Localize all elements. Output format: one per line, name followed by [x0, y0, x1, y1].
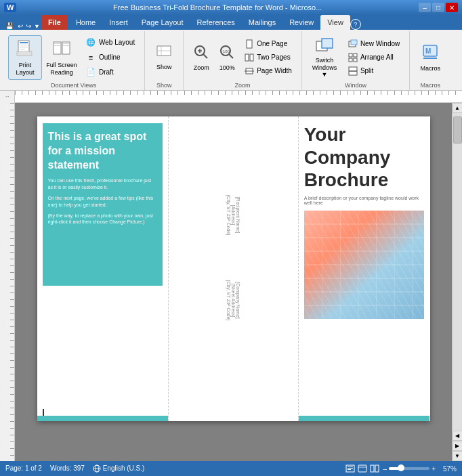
svg-text:100: 100: [223, 49, 230, 53]
reading-view-icon[interactable]: [370, 464, 379, 473]
outline-button[interactable]: ≡ Outline: [81, 51, 139, 64]
zoom-slider-track[interactable]: [389, 467, 429, 470]
web-layout-button[interactable]: 🌐 Web Layout: [81, 36, 139, 49]
title-bar: W Free Business Tri-Fold Brochure Templa…: [0, 0, 462, 15]
tab-references[interactable]: References: [190, 15, 242, 30]
qa-dropdown[interactable]: ▼: [33, 23, 41, 30]
arrange-all-label: Arrange All: [360, 53, 394, 61]
one-page-button[interactable]: One Page: [240, 38, 296, 50]
tab-mailings[interactable]: Mailings: [242, 15, 282, 30]
ribbon-tabs-bar: 💾 ↩ ↪ ▼ File Home Insert Page Layout Ref…: [0, 15, 462, 30]
web-view-icon[interactable]: [358, 464, 367, 473]
two-pages-label: Two Pages: [257, 53, 290, 61]
zoom-100-button[interactable]: 100 100%: [216, 35, 238, 80]
svg-rect-1: [20, 42, 28, 43]
zoom-label: Zoom: [194, 64, 209, 71]
tab-page-layout[interactable]: Page Layout: [135, 15, 190, 30]
svg-rect-32: [354, 53, 357, 57]
print-view-icon[interactable]: [345, 464, 355, 473]
maximize-button[interactable]: □: [432, 3, 444, 12]
ruler-corner: ↔: [0, 91, 15, 103]
qa-save[interactable]: 💾: [3, 22, 16, 30]
qa-undo[interactable]: ↩: [16, 22, 24, 30]
print-layout-button[interactable]: PrintLayout: [8, 35, 42, 80]
vertical-scrollbar[interactable]: ▲ ◀ ▶ ▼: [452, 103, 462, 461]
show-icon: [156, 44, 172, 62]
svg-rect-8: [54, 43, 60, 44]
mission-heading: This is a great spot for a mission state…: [48, 130, 157, 172]
close-button[interactable]: ✕: [446, 3, 458, 12]
macros-icon: M: [421, 43, 440, 63]
full-screen-reading-button[interactable]: Full ScreenReading: [45, 35, 79, 80]
scroll-thumb[interactable]: [453, 116, 462, 144]
two-pages-button[interactable]: Two Pages: [240, 51, 296, 64]
document-area[interactable]: This is a great spot for a mission state…: [15, 103, 452, 461]
tab-view[interactable]: View: [320, 15, 350, 30]
show-button[interactable]: Show: [150, 35, 177, 80]
zoom-minus[interactable]: –: [383, 465, 387, 473]
switch-windows-label: SwitchWindows ▼: [309, 57, 340, 79]
middle-text-1: [Recipient Name][Address][City, ST ZIP C…: [226, 175, 240, 256]
tab-home[interactable]: Home: [69, 15, 102, 30]
svg-rect-33: [349, 58, 352, 62]
arrange-all-button[interactable]: Arrange All: [344, 51, 404, 64]
svg-rect-39: [423, 58, 437, 59]
qa-redo[interactable]: ↪: [24, 22, 33, 30]
status-right: – + 57%: [345, 464, 457, 473]
svg-rect-58: [348, 467, 353, 467]
company-brochure-heading: YourCompanyBrochure: [304, 123, 425, 192]
draft-label: Draft: [99, 68, 114, 76]
scroll-next-page[interactable]: ▶: [453, 441, 463, 451]
minimize-button[interactable]: –: [419, 3, 431, 12]
one-page-icon: [245, 39, 254, 49]
status-bar: Page: 1 of 2 Words: 397 English (U.S.) –…: [0, 461, 462, 476]
draft-button[interactable]: 📄 Draft: [81, 66, 139, 79]
full-screen-reading-label: Full ScreenReading: [46, 62, 77, 77]
language-icon: [93, 464, 101, 473]
show-label-group: Show: [156, 82, 172, 89]
svg-rect-23: [245, 54, 249, 61]
scroll-prev-page[interactable]: ◀: [453, 431, 463, 441]
svg-rect-10: [63, 43, 69, 44]
tab-review[interactable]: Review: [282, 15, 320, 30]
zoom-slider-thumb[interactable]: [398, 464, 404, 471]
document-page: This is a great spot for a mission state…: [37, 116, 430, 421]
tagline-text: A brief description or your company tagl…: [304, 196, 425, 205]
page-width-icon: [245, 66, 254, 76]
print-layout-label: PrintLayout: [16, 62, 34, 77]
file-tab[interactable]: File: [41, 15, 68, 30]
brochure-middle-column: [Recipient Name][Address][City, ST ZIP C…: [168, 116, 299, 421]
scroll-down-arrow[interactable]: ▼: [453, 451, 463, 461]
macros-button[interactable]: M Macros: [415, 35, 445, 80]
left-para-1: You can use this fresh, professional bro…: [48, 177, 157, 191]
svg-rect-31: [349, 53, 352, 57]
new-window-button[interactable]: New Window: [344, 38, 404, 50]
zoom-plus[interactable]: +: [432, 465, 436, 473]
brochure-right-column: YourCompanyBrochure A brief description …: [299, 116, 430, 421]
left-teal-bar: [37, 416, 168, 421]
outline-icon: ≡: [85, 52, 96, 63]
view-mode-icons: [345, 464, 379, 473]
document-views-content: PrintLayout Full ScreenReading: [8, 33, 139, 82]
window-title: Free Business Tri-Fold Brochure Template…: [16, 3, 419, 12]
new-window-label: New Window: [360, 40, 400, 47]
tab-insert[interactable]: Insert: [102, 15, 135, 30]
help-icon[interactable]: ?: [350, 19, 361, 30]
brochure-left-column: This is a great spot for a mission state…: [37, 116, 168, 421]
language-indicator: English (U.S.): [93, 464, 144, 473]
scroll-track[interactable]: [453, 113, 463, 431]
split-button[interactable]: Split: [344, 65, 404, 77]
macros-content: M Macros: [415, 33, 445, 82]
zoom-page-buttons: One Page Two Pages Page Width: [240, 35, 296, 80]
two-pages-icon: [245, 53, 254, 62]
main-area: This is a great spot for a mission state…: [0, 103, 462, 461]
zoom-level[interactable]: 57%: [438, 465, 457, 473]
switch-windows-button[interactable]: SwitchWindows ▼: [308, 35, 341, 80]
svg-rect-61: [358, 465, 366, 472]
page-width-button[interactable]: Page Width: [240, 65, 296, 77]
scroll-up-arrow[interactable]: ▲: [453, 103, 463, 113]
zoom-control[interactable]: – + 57%: [383, 465, 457, 473]
zoom-button[interactable]: Zoom: [189, 35, 213, 80]
brochure-layout: This is a great spot for a mission state…: [37, 116, 430, 421]
svg-rect-11: [63, 45, 69, 46]
